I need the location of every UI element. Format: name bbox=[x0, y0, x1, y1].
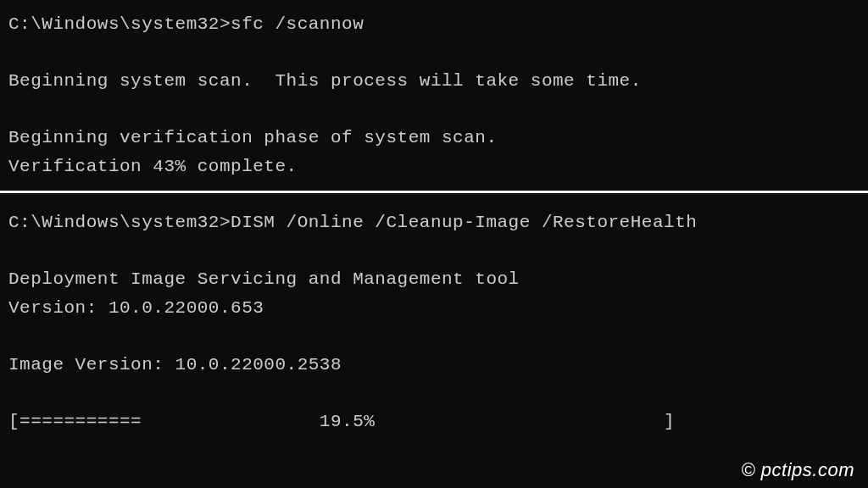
command-sfc: sfc /scannow bbox=[231, 14, 364, 34]
output-dism-tool-name: Deployment Image Servicing and Managemen… bbox=[8, 265, 860, 294]
prompt-line-sfc: C:\Windows\system32>sfc /scannow bbox=[8, 10, 860, 39]
output-sfc-verification-phase: Beginning verification phase of system s… bbox=[8, 124, 860, 152]
terminal-top-pane[interactable]: C:\Windows\system32>sfc /scannow Beginni… bbox=[0, 0, 868, 191]
output-dism-image-version: Image Version: 10.0.22000.2538 bbox=[8, 351, 860, 380]
blank-line bbox=[8, 39, 860, 68]
output-dism-progress-bar: [=========== 19.5% ] bbox=[8, 408, 860, 436]
blank-line bbox=[8, 380, 860, 408]
blank-line bbox=[8, 237, 860, 266]
blank-line bbox=[8, 96, 860, 125]
prompt-path: C:\Windows\system32> bbox=[8, 14, 231, 34]
output-sfc-beginning: Beginning system scan. This process will… bbox=[8, 67, 860, 96]
watermark: © pctips.com bbox=[742, 459, 854, 481]
output-dism-version: Version: 10.0.22000.653 bbox=[8, 294, 860, 323]
command-dism: DISM /Online /Cleanup-Image /RestoreHeal… bbox=[231, 213, 697, 232]
output-sfc-verification-progress: Verification 43% complete. bbox=[8, 152, 860, 181]
prompt-path: C:\Windows\system32> bbox=[8, 213, 231, 232]
terminal-bottom-pane[interactable]: C:\Windows\system32>DISM /Online /Cleanu… bbox=[0, 191, 868, 488]
blank-line bbox=[8, 322, 860, 351]
prompt-line-dism: C:\Windows\system32>DISM /Online /Cleanu… bbox=[8, 208, 860, 237]
